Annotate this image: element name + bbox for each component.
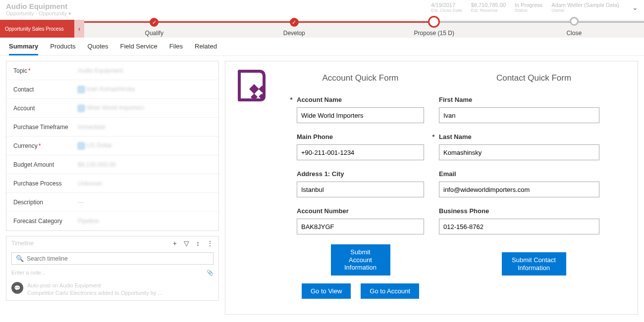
account-name-label: Account Name — [297, 96, 342, 103]
timeline-entry[interactable]: 💬 Auto-post on Audio Equipment Competito… — [6, 279, 218, 300]
account-number-label: Account Number — [297, 207, 424, 215]
required-icon: * — [431, 133, 436, 140]
timeline-panel: Timeline + ▽ ↕ ⋮ 🔍 Enter a note... 📎 💬 — [6, 236, 219, 301]
submit-contact-button[interactable]: Submit Contact Information — [502, 252, 566, 276]
stat-status: In Progress Status — [515, 2, 542, 13]
lookup-icon — [78, 86, 85, 93]
last-name-label: Last Name — [439, 133, 472, 140]
city-input[interactable] — [297, 182, 424, 197]
more-icon[interactable]: ⋮ — [207, 239, 214, 247]
field-topic[interactable]: Topic* Audio Equipment — [6, 61, 218, 80]
field-forecast[interactable]: Forecast Category Pipeline — [6, 212, 218, 230]
current-stage-ring-icon — [428, 16, 440, 28]
tab-field-service[interactable]: Field Service — [120, 43, 157, 55]
process-bar: Opportunity Sales Process ‹ ✓ Qualify ✓ … — [0, 20, 644, 38]
filter-icon[interactable]: ▽ — [184, 239, 189, 247]
timeline-header: Timeline + ▽ ↕ ⋮ — [6, 236, 218, 250]
left-column: Topic* Audio Equipment Contact Ivan Koma… — [6, 61, 219, 315]
main-phone-label: Main Phone — [297, 133, 424, 140]
timeline-title: Timeline — [11, 240, 34, 247]
field-description[interactable]: Description --- — [6, 193, 218, 212]
account-quick-form: Account Quick Form *Account Name Main Ph… — [234, 66, 424, 304]
last-name-input[interactable] — [439, 144, 599, 160]
stage-develop[interactable]: ✓ Develop — [224, 21, 365, 37]
contact-quick-form: Contact Quick Form First Name *Last Name… — [439, 66, 629, 304]
record-header: Audio Equipment Opportunity · Opportunit… — [0, 0, 644, 20]
stage-close[interactable]: Close — [504, 21, 644, 37]
required-icon: * — [39, 142, 41, 149]
process-name-tab[interactable]: Opportunity Sales Process — [0, 20, 74, 38]
first-name-input[interactable] — [439, 107, 599, 123]
timeline-entry-text: Auto-post on Audio Equipment Competitor … — [27, 282, 162, 297]
field-contact[interactable]: Contact Ivan Komashinsky — [6, 80, 218, 99]
svg-rect-0 — [249, 84, 259, 94]
submit-account-button[interactable]: Submit Account Information — [331, 244, 390, 276]
process-back-icon[interactable]: ‹ — [74, 20, 84, 38]
stage-qualify[interactable]: ✓ Qualify — [84, 21, 224, 37]
tab-quotes[interactable]: Quotes — [88, 43, 108, 55]
check-icon: ✓ — [290, 18, 299, 27]
timeline-actions: + ▽ ↕ ⋮ — [173, 239, 214, 247]
stat-close-date: 4/19/2017 Est. Close Date — [431, 2, 462, 13]
main-phone-input[interactable] — [297, 144, 424, 160]
content-area: Topic* Audio Equipment Contact Ivan Koma… — [0, 56, 644, 320]
field-budget[interactable]: Budget Amount $8,130,000.00 — [6, 155, 218, 174]
city-label: Address 1: City — [297, 170, 424, 178]
search-icon: 🔍 — [16, 255, 24, 262]
record-title: Audio Equipment — [6, 2, 71, 10]
field-account[interactable]: Account Wide World Importers — [6, 99, 218, 118]
email-label: Email — [439, 170, 629, 178]
tab-summary[interactable]: Summary — [9, 43, 38, 55]
field-process[interactable]: Purchase Process Unknown — [6, 174, 218, 193]
quick-forms-panel: Account Quick Form *Account Name Main Ph… — [225, 61, 638, 315]
business-phone-label: Business Phone — [439, 207, 629, 215]
go-to-account-button[interactable]: Go to Account — [361, 283, 419, 299]
timeline-search[interactable]: 🔍 — [11, 252, 214, 265]
breadcrumb[interactable]: Opportunity · Opportunity ▾ — [6, 10, 71, 17]
details-panel: Topic* Audio Equipment Contact Ivan Koma… — [6, 61, 219, 231]
tab-products[interactable]: Products — [50, 43, 75, 55]
go-to-view-button[interactable]: Go to View — [302, 283, 351, 299]
timeline-note-prompt[interactable]: Enter a note... 📎 — [6, 267, 218, 279]
attach-icon[interactable]: 📎 — [207, 270, 214, 276]
account-name-input[interactable] — [297, 107, 424, 123]
header-title-block: Audio Equipment Opportunity · Opportunit… — [6, 2, 71, 17]
required-icon: * — [289, 96, 294, 103]
lookup-icon — [78, 142, 85, 149]
sort-icon[interactable]: ↕ — [196, 239, 200, 247]
future-stage-ring-icon — [570, 17, 579, 26]
field-currency[interactable]: Currency* US Dollar — [6, 137, 218, 155]
contact-form-title: Contact Quick Form — [439, 73, 629, 83]
stage-propose[interactable]: Propose (15 D) — [364, 21, 504, 37]
check-icon: ✓ — [150, 18, 159, 27]
stat-revenue: $8,710,785.00 Est. Revenue — [471, 2, 506, 13]
timeline-search-input[interactable] — [27, 255, 209, 262]
tab-related[interactable]: Related — [195, 43, 217, 55]
lookup-icon — [78, 105, 85, 112]
email-input[interactable] — [439, 182, 599, 197]
add-icon[interactable]: + — [173, 239, 177, 247]
first-name-label: First Name — [439, 96, 629, 103]
chat-icon: 💬 — [11, 282, 23, 294]
required-icon: * — [28, 67, 31, 74]
business-phone-input[interactable] — [439, 219, 599, 234]
header-stats: 4/19/2017 Est. Close Date $8,710,785.00 … — [431, 2, 638, 13]
stat-owner: Adam Weller (Sample Data) Owner — [551, 2, 619, 13]
field-timeframe[interactable]: Purchase Timeframe Immediate — [6, 118, 218, 137]
chevron-down-icon[interactable]: ⌄ — [628, 3, 638, 11]
account-form-title: Account Quick Form — [297, 73, 424, 83]
powerapps-icon — [234, 66, 284, 106]
form-tabs: Summary Products Quotes Field Service Fi… — [0, 38, 644, 56]
stage-track: ✓ Qualify ✓ Develop Propose (15 D) Close — [84, 20, 644, 38]
account-number-input[interactable] — [297, 219, 424, 234]
tab-files[interactable]: Files — [169, 43, 183, 55]
